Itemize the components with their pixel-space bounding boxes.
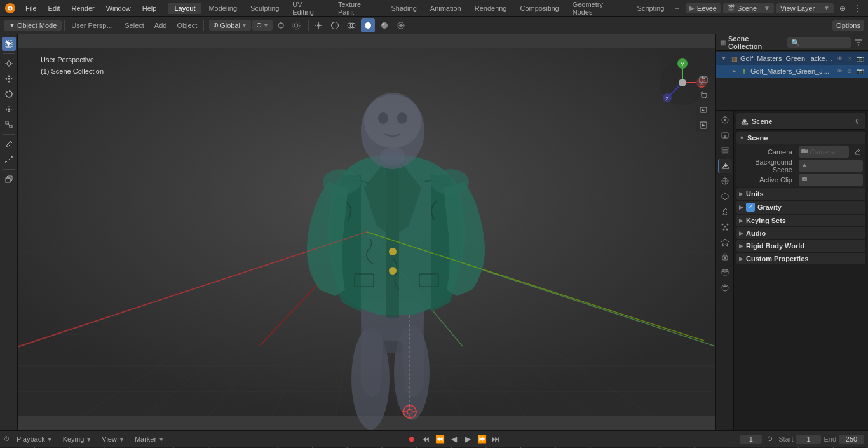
gravity-section-header[interactable]: ▶ ✓ Gravity	[736, 201, 865, 214]
menu-help[interactable]: Help	[137, 3, 162, 13]
tool-add-cube[interactable]	[2, 172, 16, 186]
vp-movie-tool[interactable]	[696, 103, 710, 117]
outliner-expand-collection[interactable]: ▼	[720, 55, 728, 62]
gravity-checkbox[interactable]: ✓	[746, 203, 755, 212]
props-tab-scene[interactable]	[718, 159, 732, 173]
outliner-search[interactable]	[787, 37, 851, 48]
viewport-3d[interactable]: User Perspective (1) Scene Collection	[18, 34, 715, 430]
custom-props-header[interactable]: ▶ Custom Properties	[736, 253, 865, 264]
outliner-item-collection[interactable]: ▼ ▥ Golf_Masters_Green_jacket_o 👁 ⊙ 📷	[716, 52, 868, 65]
camera-edit-btn[interactable]	[851, 146, 863, 158]
camera-field[interactable]: Camera	[799, 146, 849, 158]
scene-subsection-header[interactable]: ▼ Scene	[736, 132, 865, 144]
tool-select[interactable]	[2, 37, 16, 51]
scene-options-btn[interactable]: ⋮	[851, 2, 864, 15]
scene-selector[interactable]: 🎬 Scene ▼	[723, 3, 774, 13]
workspace-add-tab[interactable]: +	[671, 3, 682, 14]
props-tab-object[interactable]	[718, 189, 732, 203]
outliner-visibility-btn[interactable]: 👁	[835, 54, 844, 63]
props-tab-data[interactable]	[718, 266, 732, 280]
vp-hand-tool[interactable]	[696, 88, 710, 102]
workspace-tab-layout[interactable]: Layout	[168, 3, 201, 14]
props-tab-output[interactable]	[718, 128, 732, 142]
view-menu[interactable]: View ▼	[98, 434, 128, 444]
object-menu-btn[interactable]: Object	[173, 20, 201, 31]
material-mode-btn[interactable]	[377, 18, 391, 32]
menu-file[interactable]: File	[20, 3, 42, 13]
props-tab-world[interactable]	[718, 174, 732, 188]
viewport-overlays-btn[interactable]	[328, 18, 342, 32]
workspace-tab-sculpting[interactable]: Sculpting	[244, 3, 285, 14]
props-tab-physics[interactable]	[718, 235, 732, 249]
tool-annotate[interactable]	[2, 137, 16, 151]
tl-record-btn[interactable]: ⏺	[405, 433, 418, 445]
options-btn[interactable]: Options	[832, 20, 864, 31]
snap-toggle-btn[interactable]	[274, 18, 288, 32]
tl-skip-end-btn[interactable]: ⏭	[489, 433, 502, 445]
end-frame-input[interactable]	[839, 435, 864, 444]
outliner-expand-mesh[interactable]: ▶	[730, 67, 738, 75]
scene-props-pin[interactable]	[853, 117, 862, 126]
frame-options-btn[interactable]: ⏱	[764, 433, 776, 445]
object-mode-selector[interactable]: ▼ Object Mode	[4, 20, 62, 31]
outliner-mesh-visibility-btn[interactable]: 👁	[835, 67, 844, 76]
workspace-tab-geometry-nodes[interactable]: Geometry Nodes	[566, 0, 630, 18]
outliner-item-mesh[interactable]: ▶ Golf_Masters_Green_Jack 👁 ⊙ 📷	[716, 65, 868, 78]
tl-next-frame-btn[interactable]: ⏩	[475, 433, 488, 445]
active-clip-field[interactable]	[799, 174, 863, 186]
add-menu-btn[interactable]: Add	[151, 20, 171, 31]
outliner-filter-btn[interactable]	[853, 37, 864, 48]
workspace-tab-compositing[interactable]: Compositing	[513, 3, 565, 14]
workspace-tab-rendering[interactable]: Rendering	[468, 3, 513, 14]
tool-measure[interactable]	[2, 153, 16, 166]
tl-skip-start-btn[interactable]: ⏮	[419, 433, 432, 445]
workspace-tab-animation[interactable]: Animation	[424, 3, 468, 14]
menu-render[interactable]: Render	[67, 3, 100, 13]
keying-sets-header[interactable]: ▶ Keying Sets	[736, 215, 865, 226]
vp-camera-tool[interactable]	[696, 72, 710, 86]
pivot-point-btn[interactable]: ⊙ ▼	[252, 20, 273, 31]
transform-orientation-btn[interactable]: ⊕ Global ▼	[209, 20, 251, 31]
select-menu-btn[interactable]: Select	[121, 20, 148, 31]
view-menu-btn[interactable]: User Perspective	[67, 20, 118, 31]
rendered-mode-btn[interactable]	[394, 18, 408, 32]
menu-window[interactable]: Window	[101, 3, 136, 13]
tl-play-btn[interactable]: ▶	[461, 433, 474, 445]
tool-scale[interactable]	[2, 102, 16, 116]
props-tab-constraints[interactable]	[718, 250, 732, 264]
current-frame-input[interactable]	[740, 435, 762, 444]
props-tab-modifier[interactable]	[718, 205, 732, 219]
props-tab-material[interactable]	[718, 281, 732, 295]
tool-move[interactable]	[2, 72, 16, 86]
start-frame-input[interactable]	[796, 435, 821, 444]
keying-menu[interactable]: Keying ▼	[59, 434, 96, 444]
xray-toggle-btn[interactable]	[344, 18, 358, 32]
outliner-mesh-select-btn[interactable]: ⊙	[845, 67, 854, 76]
tool-cursor[interactable]	[2, 57, 16, 71]
engine-selector[interactable]: ▶ Eevee	[686, 3, 721, 13]
menu-edit[interactable]: Edit	[43, 3, 65, 13]
solid-mode-btn[interactable]	[361, 18, 375, 32]
units-section-header[interactable]: ▶ Units	[736, 188, 865, 200]
tl-prev-frame-btn[interactable]: ⏪	[433, 433, 446, 445]
new-scene-btn[interactable]: ⊕	[836, 2, 849, 15]
tl-play-reverse-btn[interactable]: ◀	[447, 433, 460, 445]
outliner-render-btn[interactable]: 📷	[855, 54, 864, 63]
props-tab-particles[interactable]	[718, 220, 732, 234]
audio-section-header[interactable]: ▶ Audio	[736, 227, 865, 239]
marker-menu[interactable]: Marker ▼	[131, 434, 168, 444]
workspace-tab-texture[interactable]: Texture Paint	[332, 0, 384, 18]
vp-render-tool[interactable]	[696, 118, 710, 132]
view-layer-selector[interactable]: View Layer ▼	[776, 3, 834, 13]
workspace-tab-scripting[interactable]: Scripting	[631, 3, 671, 14]
proportional-edit-btn[interactable]	[289, 18, 303, 32]
rigid-body-header[interactable]: ▶ Rigid Body World	[736, 240, 865, 252]
bg-scene-field[interactable]	[799, 160, 863, 172]
show-gizmo-btn[interactable]	[311, 18, 325, 32]
props-tab-render[interactable]	[718, 113, 732, 127]
tool-rotate[interactable]	[2, 87, 16, 101]
tool-transform[interactable]	[2, 118, 16, 132]
outliner-mesh-render-btn[interactable]: 📷	[855, 67, 864, 76]
workspace-tab-uv[interactable]: UV Editing	[286, 0, 331, 18]
playback-menu[interactable]: Playback ▼	[13, 434, 57, 444]
